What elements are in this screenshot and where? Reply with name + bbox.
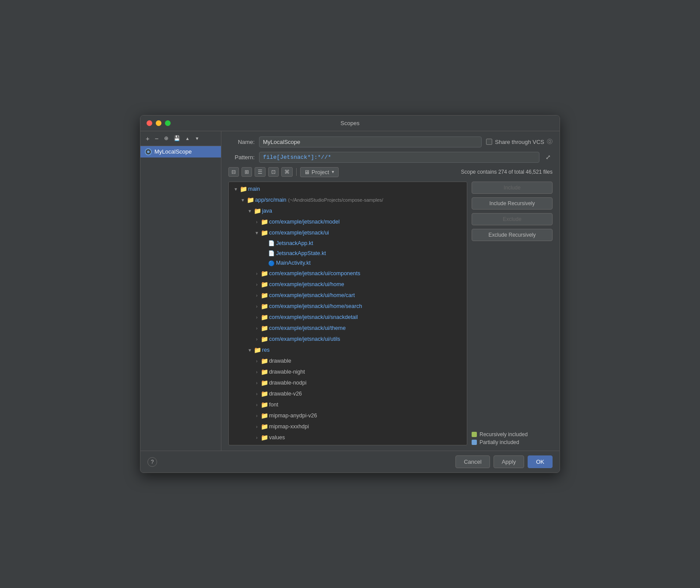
expand-arrow-icon: › [253,358,260,364]
include-button[interactable]: Include [472,182,553,194]
folder-icon: 📁 [253,206,261,216]
name-input[interactable] [259,136,482,147]
filter-icon: ⌘ [284,169,290,175]
tree-row[interactable]: › 📁 drawable-nodpi [229,378,467,388]
tree-row[interactable]: › 📁 mipmap-anydpi-v26 [229,410,467,421]
sidebar-toolbar: + − ⊕ 💾 ▲ ▼ [140,131,221,146]
add-icon: + [146,135,150,142]
tree-row[interactable]: › 📁 values [229,432,467,443]
help-button[interactable]: ? [147,457,157,467]
tree-actions-row: ▼ 📁 main ▼ 📁 app/src/main (~/AndroidStud… [228,182,553,445]
tree-row[interactable]: ▼ 📁 main [229,184,467,195]
filter-button[interactable]: ⌘ [281,167,293,177]
tree-row[interactable]: › 📁 com/example/jetsnack/ui/theme [229,323,467,334]
close-button[interactable] [147,120,152,126]
name-label: Name: [228,139,255,145]
tree-row[interactable]: › 📁 com/example/jetsnack/ui/home [229,279,467,290]
exclude-button[interactable]: Exclude [472,213,553,225]
copy-scope-button[interactable]: ⊕ [162,134,170,142]
tree-item-label: main [248,185,260,193]
move-down-button[interactable]: ▼ [193,135,201,142]
help-icon[interactable]: ⓪ [547,138,553,146]
expand-arrow-icon: › [253,281,260,288]
tree-item-label: JetsnackApp.kt [276,239,313,248]
tree-row[interactable]: ▼ 📁 java [229,206,467,217]
sidebar-item-myscope[interactable]: MyLocalScope [140,146,221,158]
folder-icon: 📁 [260,368,268,377]
recursively-included-dot [472,432,477,437]
add-scope-button[interactable]: + [144,134,151,143]
tree-row[interactable]: ▼ 📁 app/src/main (~/AndroidStudioProject… [229,195,467,206]
tree-row[interactable]: ▼ 📁 res [229,345,467,356]
tree-row[interactable]: › 📁 mipmap-xxxhdpi [229,421,467,432]
tree-item-label: com/example/jetsnack/ui/snackdetail [269,313,358,322]
tree-item-label: font [269,401,278,409]
pattern-input[interactable] [259,152,539,163]
move-up-button[interactable]: ▲ [184,135,192,142]
tree-row[interactable]: ▼ 📁 com/example/jetsnack/ui [229,228,467,238]
tree-row[interactable]: › 📁 drawable-night [229,367,467,378]
tree-item-label: drawable-nodpi [269,379,306,387]
tree-row[interactable]: 📄 JetsnackAppState.kt [229,248,467,259]
tree-row[interactable]: 📄 JetsnackApp.kt [229,238,467,248]
partially-included-dot [472,440,477,445]
expand-arrow-icon: › [253,402,260,408]
expand-pattern-button[interactable]: ⤢ [544,153,553,161]
file-kotlin-icon: 📄 [267,239,275,247]
share-vcs-checkbox[interactable] [486,139,492,145]
expand-all-icon: ⊞ [245,169,249,175]
tree-row[interactable]: › 📁 drawable [229,356,467,367]
save-scope-button[interactable]: 💾 [172,134,182,142]
collapse-arrow-icon: ▼ [239,197,246,203]
cancel-button[interactable]: Cancel [455,455,490,468]
tree-item-label: app/src/main [255,196,287,204]
name-row: Name: Share through VCS ⓪ [228,136,553,147]
dialog-body: + − ⊕ 💾 ▲ ▼ [140,131,560,451]
maximize-button[interactable] [165,120,171,126]
collapse-arrow-icon: ▼ [246,347,253,354]
collapse-all-button[interactable]: ⊟ [228,167,239,177]
collapse-arrow-icon: ▼ [253,230,260,236]
exclude-recursively-button[interactable]: Exclude Recursively [472,229,553,241]
tree-item-label: drawable [269,357,291,365]
ok-button[interactable]: OK [528,455,553,468]
collapse-arrow-icon: ▼ [246,208,253,214]
minimize-button[interactable] [156,120,161,126]
tree-row[interactable]: › 📁 font [229,399,467,410]
tree-item-label: com/example/jetsnack/ui/home/cart [269,291,355,300]
expand-arrow-icon: › [253,336,260,343]
chevron-down-icon: ▼ [195,136,199,141]
files-icon: ⊡ [271,169,276,175]
expand-arrow-icon: › [253,434,260,441]
chevron-up-icon: ▲ [186,136,190,141]
tree-row[interactable]: › 📁 com/example/jetsnack/ui/home/cart [229,290,467,301]
expand-arrow-icon: › [253,219,260,225]
folder-icon: 📁 [260,324,268,333]
tree-item-label: java [262,207,272,215]
flatten-button[interactable]: ☰ [255,167,266,177]
show-files-button[interactable]: ⊡ [268,167,279,177]
minus-icon: − [155,135,159,142]
tree-row[interactable]: › 📁 com/example/jetsnack/ui/home/search [229,301,467,312]
folder-icon: 📁 [260,422,268,431]
legend-recursively-included-label: Recursively included [480,431,528,438]
scope-icon-inner [147,150,150,153]
tree-row[interactable]: 🔵 MainActivity.kt [229,258,467,268]
tree-row[interactable]: › 📁 com/example/jetsnack/ui/components [229,268,467,279]
expand-arrow-icon: › [253,424,260,430]
file-tree[interactable]: ▼ 📁 main ▼ 📁 app/src/main (~/AndroidStud… [228,182,467,445]
tree-item-label: com/example/jetsnack/ui/theme [269,324,346,332]
tree-item-label: res [262,346,270,354]
remove-scope-button[interactable]: − [153,134,161,143]
apply-button[interactable]: Apply [494,455,525,468]
tree-row[interactable]: › 📁 com/example/jetsnack/ui/utils [229,334,467,345]
project-label: Project [312,169,329,175]
tree-row[interactable]: › 📁 com/example/jetsnack/ui/snackdetail [229,312,467,323]
project-dropdown[interactable]: 🖥 Project ▼ [300,167,339,177]
collapse-arrow-icon: ▼ [232,186,239,192]
tree-row[interactable]: › 📁 drawable-v26 [229,388,467,399]
tree-row[interactable]: › 📁 com/example/jetsnack/model [229,217,467,228]
expand-all-button[interactable]: ⊞ [242,167,252,177]
include-recursively-button[interactable]: Include Recursively [472,197,553,210]
folder-icon: 📁 [260,291,268,300]
